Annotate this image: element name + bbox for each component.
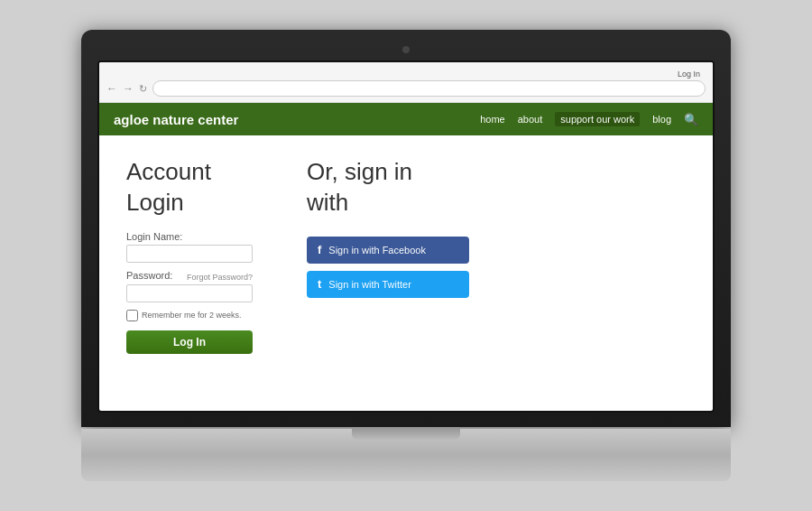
- laptop-screen: Log In ← → ↻ agloe nature center home ab…: [97, 60, 715, 413]
- laptop-body: Log In ← → ↻ agloe nature center home ab…: [81, 30, 731, 427]
- remember-row: Remember me for 2 weeks.: [126, 310, 271, 321]
- nav-support[interactable]: support our work: [555, 112, 640, 126]
- social-title: Or, sign in with: [307, 157, 686, 218]
- search-icon[interactable]: 🔍: [684, 113, 698, 126]
- laptop-camera: [402, 46, 410, 53]
- login-section: Account Login Login Name: Password: Forg…: [126, 157, 271, 385]
- password-row: Password: Forgot Password?: [126, 270, 253, 283]
- password-label: Password:: [126, 270, 172, 281]
- browser-top-bar: Log In: [106, 68, 706, 80]
- page-content: Account Login Login Name: Password: Forg…: [99, 135, 713, 406]
- nav-home[interactable]: home: [480, 114, 505, 125]
- facebook-icon: f: [318, 243, 321, 256]
- browser-chrome: Log In ← → ↻: [99, 62, 713, 103]
- forgot-password-link[interactable]: Forgot Password?: [187, 273, 253, 282]
- twitter-icon: t: [318, 277, 321, 291]
- facebook-btn-label: Sign in with Facebook: [328, 245, 426, 256]
- remember-label: Remember me for 2 weeks.: [142, 311, 242, 320]
- browser-address-bar[interactable]: [152, 80, 706, 97]
- browser-refresh-button[interactable]: ↻: [139, 83, 147, 95]
- laptop-mockup: Log In ← → ↻ agloe nature center home ab…: [81, 30, 731, 481]
- social-title-line1: Or, sign in: [307, 158, 412, 185]
- social-section: Or, sign in with f Sign in with Facebook…: [307, 157, 686, 385]
- nav-links: home about support our work blog 🔍: [480, 112, 698, 126]
- login-title: Account Login: [126, 157, 271, 218]
- browser-back-button[interactable]: ←: [106, 82, 117, 95]
- login-button[interactable]: Log In: [126, 330, 253, 354]
- login-title-line2: Login: [126, 189, 184, 216]
- laptop-hinge: [352, 429, 460, 440]
- site-logo[interactable]: agloe nature center: [114, 112, 238, 127]
- laptop-base: [81, 429, 731, 481]
- nav-blog[interactable]: blog: [652, 114, 671, 125]
- twitter-btn-label: Sign in with Twitter: [328, 279, 411, 290]
- facebook-signin-button[interactable]: f Sign in with Facebook: [307, 237, 469, 264]
- password-group: Password: Forgot Password?: [126, 270, 271, 302]
- nav-about[interactable]: about: [518, 114, 543, 125]
- twitter-signin-button[interactable]: t Sign in with Twitter: [307, 271, 469, 298]
- browser-toolbar: ← → ↻: [106, 80, 706, 97]
- browser-login-link[interactable]: Log In: [678, 70, 700, 79]
- login-title-line1: Account: [126, 158, 211, 185]
- login-name-group: Login Name:: [126, 231, 271, 264]
- browser-forward-button[interactable]: →: [123, 82, 134, 95]
- password-input[interactable]: [126, 284, 253, 302]
- social-title-line2: with: [307, 189, 348, 216]
- login-name-label: Login Name:: [126, 231, 271, 242]
- login-name-input[interactable]: [126, 245, 253, 263]
- site-navigation: agloe nature center home about support o…: [99, 103, 713, 135]
- remember-checkbox[interactable]: [126, 310, 138, 321]
